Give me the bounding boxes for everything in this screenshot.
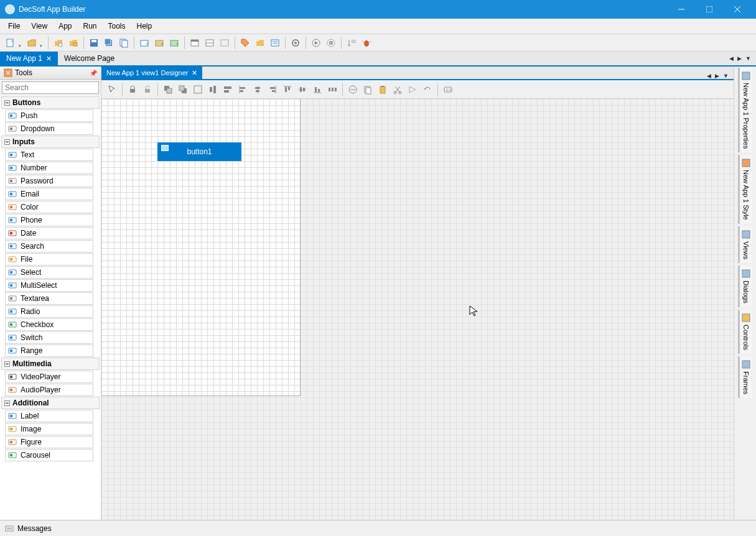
tb-tag[interactable] — [238, 36, 252, 50]
main-tab-1[interactable]: Welcome Page — [58, 52, 121, 65]
menu-tools[interactable]: Tools — [103, 20, 131, 32]
new-button[interactable]: + — [4, 36, 17, 50]
close-button[interactable] — [723, 0, 751, 19]
menu-help[interactable]: Help — [131, 20, 158, 32]
align-3[interactable] — [221, 83, 235, 96]
side-tab-views[interactable]: Views — [738, 226, 752, 263]
tb-arrow[interactable] — [406, 83, 419, 96]
tool-item-range[interactable]: Range — [5, 344, 93, 357]
tool-item-color[interactable]: Color — [5, 201, 93, 213]
tool-item-radio[interactable]: Radio — [5, 305, 93, 318]
unlock-button[interactable] — [141, 83, 154, 96]
tool-item-push[interactable]: Push — [5, 109, 93, 122]
tool-item-textarea[interactable]: Textarea — [5, 292, 93, 305]
copy-control-button[interactable] — [361, 83, 375, 96]
close-icon[interactable]: ✕ — [192, 69, 197, 77]
tool-category-multimedia[interactable]: −Multimedia — [1, 358, 100, 370]
tool-item-switch[interactable]: Switch — [5, 331, 93, 344]
save-all-button[interactable] — [102, 36, 116, 50]
tool-item-carousel[interactable]: Carousel — [5, 449, 93, 461]
tool-item-videoplayer[interactable]: VideoPlayer — [5, 371, 93, 383]
tools-panel-header[interactable]: Tools 📌 — [0, 67, 101, 80]
side-tab-new-app-1-properties[interactable]: New App 1 Properties — [738, 68, 752, 152]
canvas[interactable]: button1 — [101, 99, 734, 520]
tool-item-multiselect[interactable]: MultiSelect — [5, 279, 93, 292]
tb-bug[interactable] — [360, 36, 373, 50]
side-tab-frames[interactable]: Frames — [738, 356, 752, 398]
tool-item-select[interactable]: Select — [5, 266, 93, 279]
pin-icon[interactable]: 📌 — [90, 70, 97, 76]
close-icon[interactable]: ✕ — [46, 55, 52, 63]
menu-run[interactable]: Run — [78, 20, 103, 32]
side-tab-new-app-1-style[interactable]: New App 1 Style — [738, 155, 752, 224]
tab-prev-icon[interactable]: ◀ — [706, 73, 712, 79]
tool-item-label[interactable]: Label — [5, 410, 93, 422]
align-1[interactable] — [191, 83, 205, 96]
tool-item-text[interactable]: Text — [5, 149, 93, 161]
tool-item-phone[interactable]: Phone — [5, 214, 93, 226]
align-left[interactable] — [236, 83, 250, 96]
tb-sort[interactable]: 01 — [345, 36, 358, 50]
align-right[interactable] — [266, 83, 279, 96]
cut-button[interactable] — [391, 83, 404, 96]
tb-add2[interactable]: + — [152, 36, 166, 50]
open-button[interactable] — [25, 36, 39, 50]
tb-folder3[interactable] — [253, 36, 267, 50]
copy-button[interactable] — [117, 36, 131, 50]
send-back-button[interactable] — [176, 83, 190, 96]
tool-category-additional[interactable]: −Additional — [1, 397, 100, 409]
tool-item-audioplayer[interactable]: AudioPlayer — [5, 384, 93, 396]
tb-list[interactable] — [268, 36, 282, 50]
tool-item-dropdown[interactable]: Dropdown — [5, 122, 93, 135]
pointer-tool[interactable] — [105, 83, 119, 96]
tool-category-buttons[interactable]: −Buttons — [1, 96, 100, 109]
paste-button[interactable] — [376, 83, 390, 96]
tool-item-date[interactable]: Date — [5, 227, 93, 239]
tools-list[interactable]: −ButtonsPushDropdown−InputsTextNumberPas… — [0, 96, 101, 520]
tool-item-file[interactable]: File — [5, 253, 93, 266]
tool-item-email[interactable]: Email — [5, 188, 93, 200]
placed-control-button1[interactable]: button1 — [157, 142, 241, 161]
align-center-h[interactable] — [251, 83, 264, 96]
minimize-button[interactable] — [667, 0, 695, 19]
bring-front-button[interactable] — [161, 83, 175, 96]
undo-button[interactable] — [421, 83, 434, 96]
tool-item-password[interactable]: Password — [5, 175, 93, 187]
stop-button[interactable] — [324, 36, 338, 50]
tab-next-icon[interactable]: ▶ — [714, 73, 721, 79]
design-surface[interactable]: button1 — [101, 99, 301, 396]
side-tab-controls[interactable]: Controls — [738, 310, 752, 354]
tool-item-search[interactable]: Search — [5, 240, 93, 252]
main-tab-0[interactable]: New App 1✕ — [0, 52, 58, 65]
tab-next-icon[interactable]: ▶ — [736, 55, 743, 62]
maximize-button[interactable] — [695, 0, 723, 19]
tb-folder1[interactable] — [52, 36, 65, 50]
messages-label[interactable]: Messages — [17, 524, 52, 533]
tb-add1[interactable]: + — [138, 36, 151, 50]
align-top[interactable] — [281, 83, 294, 96]
tool-category-inputs[interactable]: −Inputs — [1, 136, 100, 148]
zoom-button[interactable]: 1:1 — [441, 83, 455, 96]
designer-tab[interactable]: New App 1 view1 Designer ✕ — [101, 67, 202, 79]
settings-button[interactable] — [289, 36, 302, 50]
tb-win3[interactable] — [218, 36, 231, 50]
tab-menu-icon[interactable]: ▼ — [744, 55, 752, 62]
menu-view[interactable]: View — [26, 20, 53, 32]
dist-h[interactable] — [325, 83, 339, 96]
save-button[interactable] — [87, 36, 101, 50]
tab-menu-icon[interactable]: ▼ — [722, 73, 730, 79]
lock-button[interactable] — [126, 83, 139, 96]
tool-item-number[interactable]: Number — [5, 162, 93, 174]
align-bottom[interactable] — [310, 83, 324, 96]
tb-win2[interactable] — [203, 36, 217, 50]
run-button[interactable] — [309, 36, 323, 50]
tb-folder2[interactable] — [67, 36, 80, 50]
tb-win1[interactable] — [188, 36, 202, 50]
tool-item-figure[interactable]: Figure — [5, 436, 93, 448]
delete-button[interactable] — [346, 83, 360, 96]
menu-app[interactable]: App — [53, 20, 77, 32]
tool-item-image[interactable]: Image — [5, 423, 93, 435]
align-middle[interactable] — [296, 83, 309, 96]
tab-prev-icon[interactable]: ◀ — [728, 55, 735, 62]
tool-item-checkbox[interactable]: Checkbox — [5, 318, 93, 331]
